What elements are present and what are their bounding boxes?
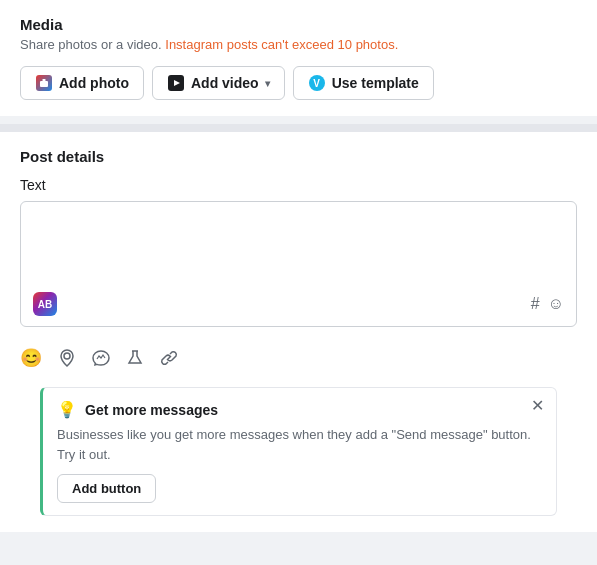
svg-marker-3 <box>174 80 180 86</box>
vimeo-icon: V <box>308 74 326 92</box>
banner-header: 💡 Get more messages <box>57 400 542 419</box>
svg-rect-2 <box>43 79 46 81</box>
link-icon[interactable] <box>160 349 178 367</box>
location-icon[interactable] <box>58 349 76 367</box>
add-photo-label: Add photo <box>59 75 129 91</box>
use-template-label: Use template <box>332 75 419 91</box>
text-label: Text <box>20 177 577 193</box>
banner-text: Businesses like you get more messages wh… <box>57 425 542 464</box>
flask-icon[interactable] <box>126 349 144 367</box>
media-section: Media Share photos or a video. Instagram… <box>0 0 597 116</box>
add-button-btn[interactable]: Add button <box>57 474 156 503</box>
add-photo-button[interactable]: Add photo <box>20 66 144 100</box>
add-video-icon <box>167 74 185 92</box>
photo-icon-square <box>36 75 52 91</box>
bulb-icon: 💡 <box>57 400 77 419</box>
add-video-chevron-icon: ▾ <box>265 78 270 89</box>
video-icon-square <box>168 75 184 91</box>
emoji-icon[interactable]: 😊 <box>20 347 42 369</box>
toolbar-icons-row: 😊 <box>20 339 577 377</box>
svg-point-1 <box>43 82 46 85</box>
banner-close-button[interactable]: ✕ <box>531 398 544 414</box>
media-subtitle: Share photos or a video. Instagram posts… <box>20 37 577 52</box>
use-template-button[interactable]: V Use template <box>293 66 434 100</box>
add-video-button[interactable]: Add video ▾ <box>152 66 285 100</box>
textarea-bottom-bar: AB # ☺ <box>33 292 564 316</box>
text-input-wrapper: AB # ☺ <box>20 201 577 327</box>
add-photo-icon <box>35 74 53 92</box>
post-details-title: Post details <box>20 148 577 165</box>
vimeo-logo-icon: V <box>309 75 325 91</box>
emoji-picker-icon[interactable]: ☺ <box>548 295 564 313</box>
media-subtitle-link[interactable]: Instagram posts can't exceed 10 photos. <box>165 37 398 52</box>
ai-text-icon[interactable]: AB <box>33 292 57 316</box>
svg-point-4 <box>64 353 70 359</box>
section-divider <box>0 124 597 132</box>
banner-title: Get more messages <box>85 402 218 418</box>
media-title: Media <box>20 16 577 33</box>
media-buttons: Add photo Add video ▾ V Use template <box>20 66 577 100</box>
media-subtitle-text: Share photos or a video. <box>20 37 165 52</box>
post-details-section: Post details Text AB # ☺ 😊 <box>0 132 597 532</box>
hashtag-icon[interactable]: # <box>531 295 540 313</box>
textarea-right-icons: # ☺ <box>531 295 564 313</box>
info-banner: 💡 Get more messages ✕ Businesses like yo… <box>40 387 557 516</box>
add-video-label: Add video <box>191 75 259 91</box>
text-input[interactable] <box>33 212 564 292</box>
messenger-icon[interactable] <box>92 349 110 367</box>
